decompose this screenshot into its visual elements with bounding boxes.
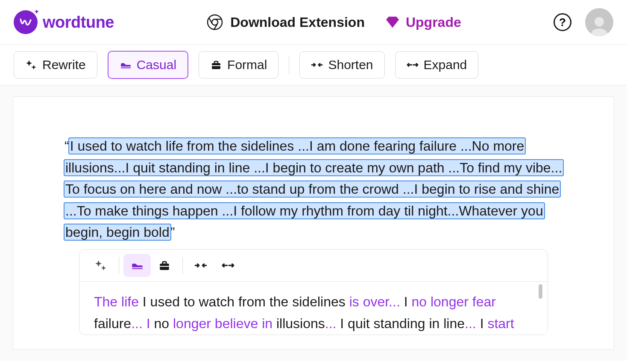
briefcase-icon [210, 59, 222, 71]
formal-label: Formal [227, 58, 267, 72]
expand-icon [222, 259, 234, 272]
header-right: ? [554, 8, 613, 36]
help-icon: ? [559, 16, 566, 29]
wordtune-logo-icon [18, 15, 33, 29]
mode-toolbar: Rewrite Casual Formal Shorten Expand [0, 45, 627, 85]
briefcase-icon [158, 259, 171, 272]
download-extension-label: Download Extension [230, 15, 365, 30]
editor-text[interactable]: “I used to watch life from the sidelines… [64, 135, 563, 243]
suggestion-row[interactable]: The life I used to watch from the sideli… [79, 282, 548, 335]
inline-suggestion-panel: The life I used to watch from the sideli… [79, 249, 548, 335]
sparkles-icon [25, 59, 37, 71]
inline-rewrite-button[interactable] [87, 254, 114, 277]
rewrite-label: Rewrite [42, 58, 86, 72]
logo[interactable]: ✦ wordtune [14, 10, 114, 34]
casual-label: Casual [137, 58, 176, 72]
casual-button[interactable]: Casual [108, 51, 188, 79]
mode-toolbar-inner: Rewrite Casual Formal Shorten Expand [14, 51, 613, 79]
svg-rect-7 [214, 61, 218, 64]
editor-card: “I used to watch life from the sidelines… [13, 96, 614, 349]
help-button[interactable]: ? [554, 13, 571, 31]
expand-label: Expand [424, 58, 467, 72]
avatar-icon [588, 14, 610, 36]
rewrite-button[interactable]: Rewrite [14, 51, 97, 79]
chrome-icon [206, 14, 223, 31]
shorten-icon [311, 59, 323, 71]
svg-rect-11 [160, 266, 169, 267]
upgrade-link[interactable]: Upgrade [385, 15, 461, 30]
inline-divider [119, 257, 119, 274]
logo-badge: ✦ [14, 10, 38, 34]
shorten-label: Shorten [328, 58, 373, 72]
inline-formal-button[interactable] [151, 254, 178, 277]
expand-button[interactable]: Expand [395, 51, 479, 79]
inline-toolbar [79, 250, 548, 282]
diamond-icon [385, 15, 400, 29]
sparkles-icon [94, 259, 107, 272]
quote-open: “ [64, 138, 69, 154]
avatar[interactable] [585, 8, 613, 36]
toolbar-divider [289, 55, 289, 74]
selected-text-content: I used to watch life from the sidelines … [64, 138, 563, 240]
inline-shorten-button[interactable] [187, 254, 214, 277]
inline-divider [182, 257, 183, 274]
sneaker-icon [131, 259, 144, 272]
inline-casual-button[interactable] [123, 254, 151, 277]
svg-rect-10 [163, 262, 167, 264]
upgrade-label: Upgrade [406, 15, 461, 30]
shorten-icon [194, 259, 207, 272]
scrollbar-thumb[interactable] [539, 284, 542, 299]
svg-rect-8 [212, 65, 220, 66]
suggestion-text: The life I used to watch from the sideli… [94, 291, 533, 335]
svg-point-5 [595, 17, 604, 26]
app-header: ✦ wordtune Download Extension Upgrade ? [0, 0, 627, 45]
quote-close: ” [170, 224, 175, 240]
header-center: Download Extension Upgrade [206, 14, 461, 31]
inline-expand-button[interactable] [214, 254, 242, 277]
sneaker-icon [120, 59, 132, 71]
expand-icon [407, 59, 419, 71]
sparkle-icon: ✦ [34, 8, 39, 16]
editor-area: “I used to watch life from the sidelines… [0, 85, 627, 361]
shorten-button[interactable]: Shorten [299, 51, 384, 79]
logo-text: wordtune [43, 13, 114, 32]
download-extension-link[interactable]: Download Extension [206, 14, 365, 31]
formal-button[interactable]: Formal [199, 51, 278, 79]
